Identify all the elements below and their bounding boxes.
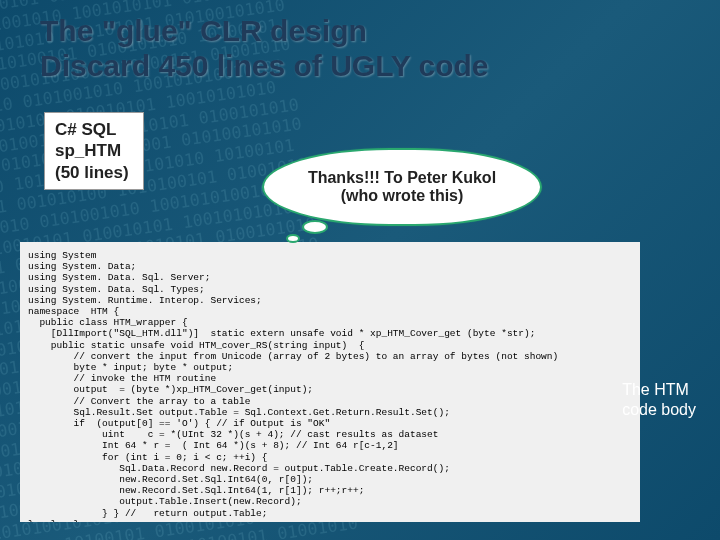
code-listing: using System using System. Data; using S… [20,242,640,522]
title-line-1: The "glue" CLR design [40,14,720,49]
title-line-2: Discard 450 lines of UGLY code [40,49,720,84]
csharp-box-line2: sp_HTM [55,140,129,161]
csharp-box-line3: (50 lines) [55,162,129,183]
bubble-text: Thanks!!! To Peter Kukol (who wrote this… [290,169,514,205]
thanks-speech-bubble: Thanks!!! To Peter Kukol (who wrote this… [262,148,542,226]
bubble-tail-icon [286,234,300,243]
htm-label-line1: The HTM [622,380,696,400]
slide-title: The "glue" CLR design Discard 450 lines … [0,0,720,83]
csharp-callout-box: C# SQL sp_HTM (50 lines) [44,112,144,190]
csharp-box-line1: C# SQL [55,119,129,140]
bubble-tail-icon [302,220,328,234]
htm-label-line2: code body [622,400,696,420]
htm-body-callout: The HTM code body [622,380,696,420]
